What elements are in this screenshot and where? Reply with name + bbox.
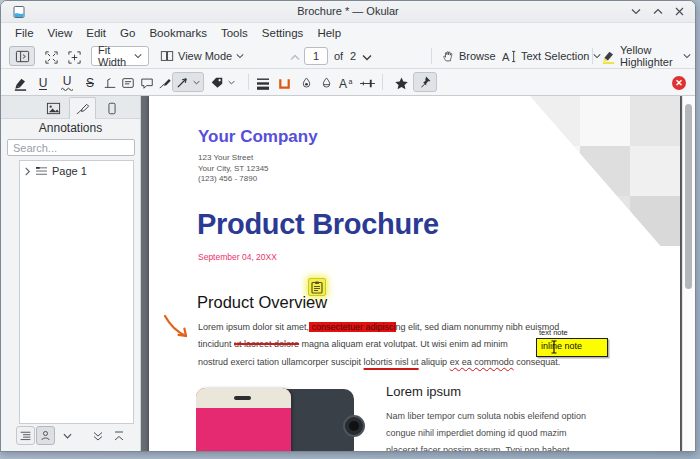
toolbar-separator	[431, 48, 432, 64]
chevron-down-icon	[683, 53, 691, 59]
strikeout-annotation[interactable]: ut laoreet dolore	[234, 339, 299, 349]
underline-tool-button[interactable]: U	[33, 73, 53, 93]
menu-edit[interactable]: Edit	[79, 25, 113, 41]
zoom-select[interactable]: Fit Width	[91, 46, 149, 66]
typewriter-tool-button[interactable]	[100, 73, 120, 93]
text-cursor-icon	[550, 340, 558, 354]
close-annotation-toolbar-button[interactable]: ✕	[672, 76, 686, 90]
sidebar-tab-signatures[interactable]	[98, 97, 125, 119]
svg-text:A: A	[502, 50, 510, 62]
body-text: magna aliquam erat volutpat. Ut wisi eni…	[299, 339, 508, 349]
font-icon: Aa	[338, 76, 354, 90]
popup-note-tool-button[interactable]	[137, 73, 157, 93]
browse-tool-button[interactable]: Browse	[438, 46, 500, 66]
zoom-out-button[interactable]	[41, 47, 61, 67]
arrow-tool-button[interactable]	[172, 72, 204, 92]
favorites-button[interactable]	[391, 73, 411, 93]
underline-icon: U	[39, 77, 48, 90]
menu-settings[interactable]: Settings	[255, 25, 311, 41]
pin-tool-button[interactable]	[413, 72, 437, 92]
menu-go[interactable]: Go	[113, 25, 142, 41]
annotation-list-toolbar	[1, 426, 140, 448]
next-page-button[interactable]	[357, 47, 377, 67]
fill-color-button[interactable]	[296, 73, 316, 93]
zoom-in-button[interactable]	[64, 47, 84, 67]
font-button[interactable]: Aa	[336, 73, 356, 93]
menu-view[interactable]: View	[41, 25, 80, 41]
strikeout-tool-button[interactable]: S	[80, 73, 100, 93]
annotation-tree-item-page1[interactable]: Page 1	[20, 161, 133, 177]
page-outline-icon	[105, 101, 119, 116]
text-selection-label: Text Selection	[521, 50, 589, 62]
close-button[interactable]	[672, 4, 687, 19]
arrow-icon	[176, 76, 189, 89]
inline-note-icon	[121, 76, 135, 90]
list-options-button[interactable]	[59, 428, 75, 444]
menu-help[interactable]: Help	[310, 25, 348, 41]
sidebar-tab-annotations[interactable]	[69, 97, 96, 119]
annotation-toolbar: U U S Aa ✕	[1, 69, 695, 96]
menu-tools[interactable]: Tools	[214, 25, 255, 41]
strikeout-icon: S	[86, 77, 94, 89]
typewriter-annotation[interactable]: text note	[539, 328, 568, 337]
squiggle-tool-button[interactable]: U	[57, 73, 77, 93]
titlebar[interactable]: Brochure * — Okular	[1, 1, 695, 23]
chevron-down-icon	[63, 433, 72, 439]
opacity-button[interactable]	[316, 73, 336, 93]
red-highlight-annotation[interactable]: consectetuer adipisci	[309, 322, 396, 332]
text-selection-icon: A	[502, 50, 517, 63]
scrollbar-thumb[interactable]	[685, 104, 692, 289]
body-text: consequat.	[514, 357, 561, 367]
svg-text:A: A	[339, 77, 347, 90]
page-total-label[interactable]: 2	[350, 50, 356, 62]
collapse-all-button[interactable]	[111, 428, 127, 444]
document-page[interactable]: Your Company 123 Your Street Your City, …	[149, 96, 680, 451]
document-view[interactable]: Your Company 123 Your Street Your City, …	[141, 96, 695, 451]
svg-text:a: a	[349, 78, 353, 85]
freehand-pen-icon	[158, 76, 172, 90]
chevron-down-icon	[236, 53, 244, 59]
toolbar-separator	[248, 74, 249, 90]
inline-note-annotation[interactable]: inline note	[536, 338, 608, 357]
minimize-button[interactable]	[628, 4, 643, 19]
line-width-button[interactable]	[253, 73, 273, 93]
address-line: Your City, ST 12345	[198, 164, 269, 175]
page-number-input[interactable]	[304, 47, 328, 65]
underline-annotation[interactable]: lobortis nisl ut	[364, 357, 419, 367]
zoom-select-value: Fit Width	[98, 44, 129, 68]
menu-bookmarks[interactable]: Bookmarks	[142, 25, 214, 41]
annotation-group-icon	[35, 166, 48, 177]
toggle-sidebar-button[interactable]	[9, 46, 35, 66]
highlight-tool-button[interactable]	[10, 73, 30, 93]
group-by-author-button[interactable]	[36, 426, 55, 445]
stroke-slider-button[interactable]	[357, 73, 377, 93]
toolbar-separator	[592, 48, 593, 64]
view-mode-button[interactable]: View Mode	[156, 46, 248, 66]
group-by-page-button[interactable]	[16, 426, 35, 445]
text-selection-tool-button[interactable]: A Text Selection	[498, 46, 605, 66]
sidebar-tab-thumbnails[interactable]	[40, 97, 67, 119]
squiggle-annotation[interactable]: ex ea commodo	[450, 357, 514, 367]
collapse-all-icon	[114, 431, 124, 441]
menu-file[interactable]: File	[8, 25, 41, 41]
inline-note-tool-button[interactable]	[118, 73, 138, 93]
expand-all-button[interactable]	[90, 428, 106, 444]
address-line: (123) 456 - 7890	[198, 174, 269, 185]
previous-page-button[interactable]	[285, 47, 305, 67]
line-color-button[interactable]	[274, 73, 294, 93]
annotation-search-input[interactable]	[7, 139, 135, 156]
annotation-tree-label: Page 1	[52, 165, 87, 177]
vertical-scrollbar[interactable]	[682, 96, 695, 451]
paragraph-line: congue nihil imperdiet doming id quod ma…	[386, 425, 586, 442]
paragraph-line: placerat facer possim assum. Typi non ha…	[386, 442, 586, 451]
address-line: 123 Your Street	[198, 153, 269, 164]
shape-tool-button[interactable]	[207, 72, 241, 92]
maximize-button[interactable]	[650, 4, 665, 19]
expander-chevron-icon[interactable]	[24, 167, 31, 176]
view-mode-icon	[160, 49, 174, 63]
marker-icon	[13, 76, 28, 91]
arrow-annotation[interactable]	[162, 314, 192, 341]
yellow-highlighter-button[interactable]: Yellow Highlighter	[597, 46, 695, 66]
body-text: Lorem ipsum dolor sit amet,	[198, 322, 309, 332]
chevron-down-icon	[193, 80, 200, 85]
